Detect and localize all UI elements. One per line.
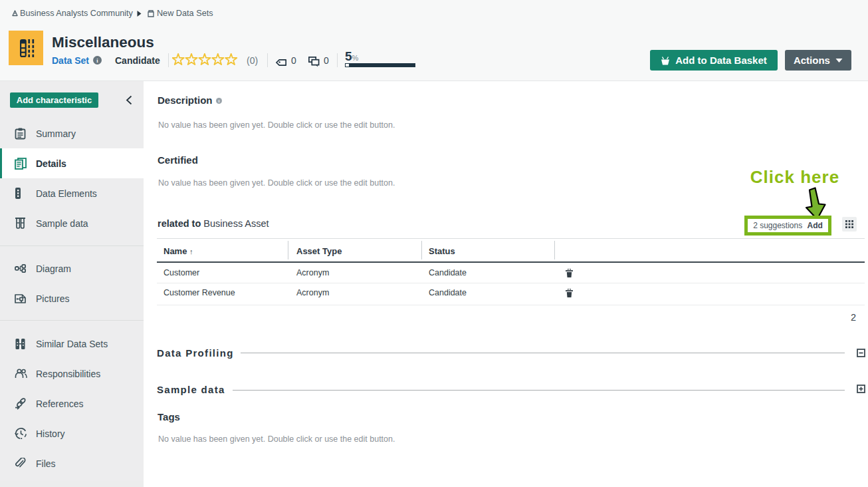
svg-text:i: i [219,98,220,103]
